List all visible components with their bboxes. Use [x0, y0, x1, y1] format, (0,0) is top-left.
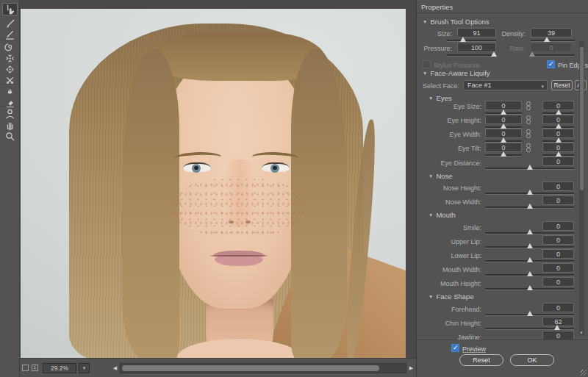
slider-thumb[interactable] [556, 123, 562, 129]
brush-options-section-header[interactable]: ▼Brush Tool Options [423, 18, 490, 26]
slider-thumb[interactable] [554, 325, 560, 330]
chin-height-label: Chin Height: [417, 320, 481, 327]
slider-thumb[interactable] [527, 190, 533, 195]
preview-label: Preview [462, 345, 499, 353]
size-label: Size: [417, 30, 452, 37]
nose-width-input[interactable] [542, 195, 574, 205]
pressure-slider[interactable] [447, 54, 496, 57]
nose-width-label: Nose Width: [417, 198, 481, 206]
lower-lip-slider[interactable] [485, 260, 574, 262]
zoom-tool[interactable] [2, 130, 18, 143]
nose-height-input[interactable] [542, 182, 574, 191]
mouth-width-input[interactable] [542, 263, 574, 273]
slider-thumb[interactable] [527, 285, 533, 290]
panel-scrollbar-thumb[interactable] [580, 47, 584, 190]
chin-height-slider[interactable] [485, 328, 574, 330]
panel-scrollbar[interactable] [579, 41, 584, 335]
mouth-height-slider[interactable] [485, 288, 574, 290]
stylus-pressure-checkbox [423, 60, 431, 68]
collapse-triangle-icon: ▼ [429, 294, 433, 299]
slider-thumb[interactable] [501, 137, 506, 143]
rate-input [531, 43, 572, 52]
slider-thumb[interactable] [527, 271, 533, 276]
collapse-triangle-icon: ▼ [423, 71, 427, 76]
link-icon[interactable] [526, 115, 531, 124]
nose-width-slider[interactable] [485, 207, 574, 209]
slider-thumb[interactable] [556, 109, 562, 115]
smile-slider[interactable] [485, 232, 574, 234]
hand-tool[interactable] [2, 118, 18, 131]
slider-thumb[interactable] [501, 109, 506, 115]
reset-button[interactable]: Reset [459, 354, 503, 366]
scroll-right-arrow[interactable]: ▶ [406, 363, 416, 373]
slider-thumb[interactable] [527, 257, 533, 262]
pressure-input[interactable] [457, 43, 496, 52]
eye-distance-input[interactable] [542, 157, 574, 166]
horizontal-scrollbar[interactable] [120, 363, 406, 373]
size-slider-thumb[interactable] [460, 37, 466, 42]
upper-lip-label: Upper Lip: [417, 238, 481, 245]
density-input[interactable] [531, 28, 572, 37]
face-aware-section-header[interactable]: ▼Face-Aware Liquify [423, 69, 490, 77]
face-shape-section-header[interactable]: ▼Face Shape [429, 292, 474, 301]
forward-warp-tool[interactable] [2, 3, 18, 15]
smooth-tool[interactable] [2, 28, 18, 40]
slider-thumb[interactable] [527, 229, 533, 234]
ok-button[interactable]: OK [510, 354, 554, 366]
eye-tilt-left-slider[interactable] [485, 154, 522, 157]
forehead-slider[interactable] [485, 314, 574, 316]
size-slider[interactable] [447, 40, 496, 42]
stylus-pressure-label: Stylus Pressure [434, 62, 485, 69]
nose-height-slider[interactable] [485, 193, 574, 195]
liquify-preview-image[interactable] [21, 9, 406, 358]
properties-panel: Properties ▼Brush Tool Options Size: Den… [417, 0, 588, 377]
resize-grip[interactable] [581, 370, 587, 376]
slider-thumb[interactable] [527, 165, 533, 170]
slider-thumb[interactable] [556, 137, 562, 143]
upper-lip-input[interactable] [542, 235, 574, 245]
preview-background-icon[interactable] [22, 365, 29, 371]
liquify-dialog: 1 29.2% ▾ ◀ ▶ Properties ▼Brush Tool Opt… [0, 0, 588, 377]
forehead-input[interactable] [542, 303, 574, 312]
density-slider[interactable] [531, 40, 575, 42]
toolbar-separator [2, 40, 17, 40]
jawline-input[interactable] [542, 331, 574, 340]
mouth-height-input[interactable] [542, 277, 574, 287]
pin-edges-checkbox[interactable] [547, 60, 555, 68]
toolbar-separator [2, 106, 17, 107]
preview-checkbox[interactable] [451, 344, 459, 352]
mouth-width-label: Mouth Width: [417, 266, 481, 273]
link-icon[interactable] [526, 101, 531, 110]
horizontal-scrollbar-thumb[interactable] [122, 365, 379, 371]
pressure-label: Pressure: [417, 45, 452, 52]
scroll-left-arrow[interactable]: ◀ [110, 363, 120, 373]
reset-face-button[interactable]: Reset [551, 80, 573, 90]
density-slider-thumb[interactable] [544, 37, 550, 42]
slider-thumb[interactable] [527, 311, 533, 316]
slider-thumb[interactable] [501, 123, 506, 129]
pressure-slider-thumb[interactable] [491, 51, 497, 57]
slider-thumb[interactable] [527, 243, 533, 248]
zoom-level-dropdown[interactable]: ▾ [79, 363, 90, 373]
mouth-width-slider[interactable] [485, 274, 574, 276]
nose-section-header[interactable]: ▼Nose [429, 172, 453, 180]
mouth-section-header[interactable]: ▼Mouth [429, 211, 456, 219]
select-face-dropdown[interactable]: Face #1▾ [463, 80, 548, 90]
smile-input[interactable] [542, 221, 574, 231]
eyes-section-header[interactable]: ▼Eyes [429, 94, 452, 102]
density-label: Density: [493, 30, 526, 37]
layer-badge-icon[interactable]: 1 [32, 365, 38, 371]
eye-distance-label: Eye Distance: [417, 159, 481, 167]
link-icon[interactable] [526, 143, 531, 152]
lower-lip-label: Lower Lip: [417, 252, 481, 259]
slider-thumb[interactable] [556, 151, 562, 157]
link-icon[interactable] [526, 129, 531, 138]
slider-thumb[interactable] [527, 204, 533, 209]
zoom-level-field[interactable]: 29.2% [43, 363, 76, 373]
lower-lip-input[interactable] [542, 249, 574, 259]
eye-distance-slider[interactable] [485, 168, 574, 170]
upper-lip-slider[interactable] [485, 246, 574, 248]
footer-divider [417, 340, 588, 340]
slider-thumb[interactable] [501, 151, 506, 157]
scroll-down-arrow[interactable]: ▾ [578, 330, 585, 336]
